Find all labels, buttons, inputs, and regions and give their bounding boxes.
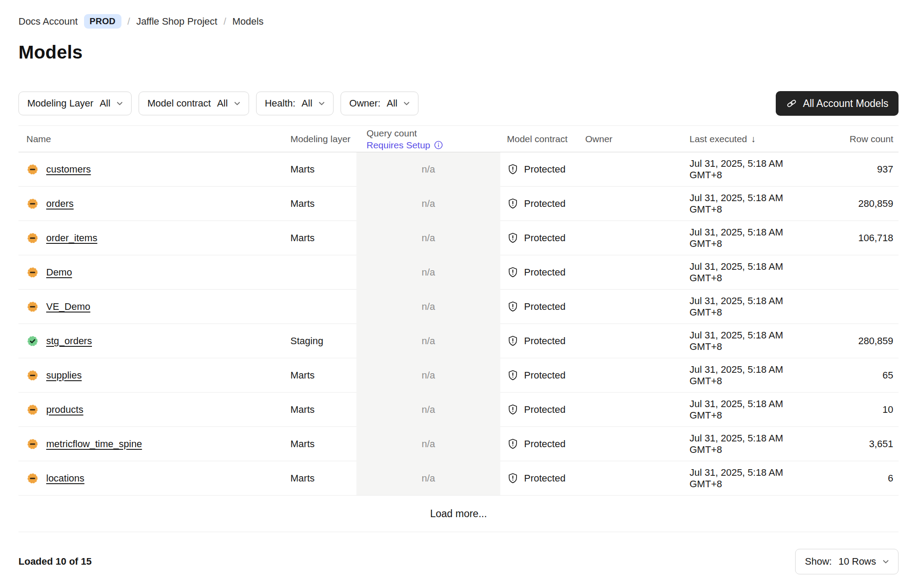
model-contract-cell: Protected [500,152,585,187]
model-link[interactable]: order_items [46,232,97,244]
last-executed-cell: Jul 31, 2025, 5:18 AM GMT+8 [690,358,792,393]
health-badge-icon [26,438,39,450]
owner-cell [585,152,690,187]
table-row: Demo n/a Protected Jul 31, 2025, 5:18 AM… [18,255,899,290]
chain-link-icon [786,98,797,109]
modeling-layer-cell: Marts [290,187,356,221]
last-executed-cell: Jul 31, 2025, 5:18 AM GMT+8 [690,187,792,221]
table-body: customers Marts n/a Protected Jul 31, 20… [18,152,899,496]
breadcrumb-account[interactable]: Docs Account [18,16,78,27]
model-link[interactable]: locations [46,473,84,484]
column-header-row-count: Row count [792,134,899,144]
last-executed-cell: Jul 31, 2025, 5:18 AM GMT+8 [690,152,792,187]
modeling-layer-cell: Marts [290,221,356,255]
owner-cell [585,358,690,393]
models-page: Docs Account PROD / Jaffle Shop Project … [0,14,917,574]
name-cell: metricflow_time_spine [18,427,290,461]
model-contract-cell: Protected [500,187,585,221]
owner-cell [585,461,690,496]
name-cell: VE_Demo [18,290,290,324]
name-cell: customers [18,152,290,187]
last-executed-cell: Jul 31, 2025, 5:18 AM GMT+8 [690,290,792,324]
model-contract-cell: Protected [500,358,585,393]
model-link[interactable]: stg_orders [46,335,92,347]
loaded-status: Loaded 10 of 15 [18,556,92,567]
model-link[interactable]: VE_Demo [46,301,90,312]
requires-setup-link[interactable]: Requires Setup [367,139,443,151]
health-badge-icon [26,404,39,416]
health-badge-icon [26,369,39,382]
breadcrumb: Docs Account PROD / Jaffle Shop Project … [18,14,899,29]
column-header-model-contract: Model contract [500,134,585,144]
row-count-cell: 10 [792,393,899,427]
owner-cell [585,255,690,290]
column-header-modeling-layer: Modeling layer [290,134,356,144]
query-count-cell: n/a [356,358,500,393]
shield-exclamation-icon [507,232,519,244]
row-count-cell [792,255,899,290]
health-badge-icon [26,472,39,485]
models-table: Name Modeling layer Query count Requires… [18,125,899,532]
query-count-cell: n/a [356,152,500,187]
modeling-layer-cell: Marts [290,358,356,393]
modeling-layer-cell: Marts [290,152,356,187]
filter-model-contract[interactable]: Model contract All [139,92,249,115]
shield-exclamation-icon [507,266,519,278]
row-count-cell [792,290,899,324]
load-more-button[interactable]: Load more... [18,496,899,532]
column-header-owner: Owner [585,134,690,144]
table-row: order_items Marts n/a Protected Jul 31, … [18,221,899,255]
last-executed-cell: Jul 31, 2025, 5:18 AM GMT+8 [690,221,792,255]
filter-health[interactable]: Health: All [256,92,334,115]
last-executed-cell: Jul 31, 2025, 5:18 AM GMT+8 [690,461,792,496]
model-contract-cell: Protected [500,324,585,358]
model-link[interactable]: customers [46,164,91,175]
last-executed-cell: Jul 31, 2025, 5:18 AM GMT+8 [690,427,792,461]
table-row: metricflow_time_spine Marts n/a Protecte… [18,427,899,461]
model-link[interactable]: orders [46,198,73,209]
filter-group: Modeling Layer All Model contract All He… [18,92,418,115]
breadcrumb-separator: / [128,16,130,27]
model-contract-cell: Protected [500,427,585,461]
model-link[interactable]: products [46,404,83,415]
filter-modeling-layer[interactable]: Modeling Layer All [18,92,132,115]
query-count-cell: n/a [356,290,500,324]
last-executed-cell: Jul 31, 2025, 5:18 AM GMT+8 [690,393,792,427]
name-cell: stg_orders [18,324,290,358]
chevron-down-icon [234,102,240,106]
model-contract-cell: Protected [500,221,585,255]
chevron-down-icon [883,560,889,564]
model-link[interactable]: metricflow_time_spine [46,438,142,450]
last-executed-cell: Jul 31, 2025, 5:18 AM GMT+8 [690,324,792,358]
breadcrumb-separator: / [224,16,226,27]
shield-exclamation-icon [507,198,519,209]
breadcrumb-project[interactable]: Jaffle Shop Project [136,16,217,27]
name-cell: products [18,393,290,427]
filter-owner[interactable]: Owner: All [341,92,418,115]
page-title: Models [18,41,899,64]
column-header-last-executed[interactable]: Last executed ↓ [690,134,792,144]
model-contract-cell: Protected [500,255,585,290]
owner-cell [585,324,690,358]
column-header-name: Name [18,134,290,144]
health-badge-icon [26,266,39,279]
model-link[interactable]: Demo [46,267,72,278]
shield-exclamation-icon [507,335,519,347]
model-contract-cell: Protected [500,461,585,496]
query-count-cell: n/a [356,427,500,461]
all-account-models-button[interactable]: All Account Models [776,91,899,116]
table-row: orders Marts n/a Protected Jul 31, 2025,… [18,187,899,221]
info-circle-icon [434,140,443,150]
name-cell: Demo [18,255,290,290]
last-executed-cell: Jul 31, 2025, 5:18 AM GMT+8 [690,255,792,290]
table-row: customers Marts n/a Protected Jul 31, 20… [18,152,899,187]
query-count-cell: n/a [356,393,500,427]
row-count-cell: 106,718 [792,221,899,255]
owner-cell [585,290,690,324]
model-link[interactable]: supplies [46,370,82,381]
modeling-layer-cell [290,255,356,290]
modeling-layer-cell: Marts [290,461,356,496]
modeling-layer-cell: Marts [290,393,356,427]
name-cell: orders [18,187,290,221]
page-size-dropdown[interactable]: Show: 10 Rows [795,549,899,574]
